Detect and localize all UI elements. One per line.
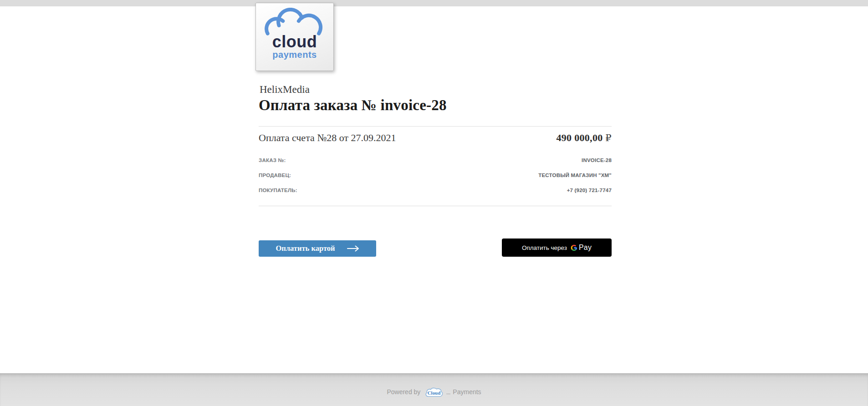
gpay-wordmark: Pay [570, 244, 592, 252]
payment-page: cloud payments HelixMedia Оплата заказа … [0, 0, 868, 406]
invoice-description: Оплата счета №28 от 27.09.2021 [259, 132, 396, 144]
invoice-amount: 490 000,00 ₽ [557, 132, 612, 144]
divider-bottom [259, 206, 612, 206]
gpay-pay-label: Pay [579, 244, 592, 252]
detail-row-seller: ПРОДАВЕЦ: ТЕСТОВЫЙ МАГАЗИН "ХМ" [259, 173, 612, 178]
footer: Powered by Cloud Payments [0, 373, 868, 406]
detail-label: ЗАКАЗ №: [259, 157, 286, 163]
footer-branding: Powered by Cloud Payments [387, 382, 481, 397]
detail-row-order-number: ЗАКАЗ №: INVOICE-28 [259, 157, 612, 163]
detail-label: ПРОДАВЕЦ: [259, 173, 291, 178]
powered-by-label: Powered by [387, 388, 420, 396]
order-details-list: ЗАКАЗ №: INVOICE-28 ПРОДАВЕЦ: ТЕСТОВЫЙ М… [259, 157, 612, 203]
detail-value: INVOICE-28 [582, 157, 612, 163]
arrow-right-icon [347, 245, 359, 252]
gpay-prefix-label: Оплатить через [522, 244, 567, 251]
payments-brand-label: Payments [453, 388, 481, 396]
amount-value: 490 000,00 [557, 132, 603, 143]
google-g-icon [570, 244, 578, 252]
detail-row-buyer: ПОКУПАТЕЛЬ: +7 (920) 721-7747 [259, 188, 612, 193]
merchant-name: HelixMedia [260, 84, 310, 96]
svg-text:Cloud: Cloud [428, 390, 441, 396]
detail-label: ПОКУПАТЕЛЬ: [259, 188, 297, 193]
detail-value: ТЕСТОВЫЙ МАГАЗИН "ХМ" [538, 173, 612, 178]
footer-cloud-icon: Cloud [424, 387, 444, 398]
invoice-summary-row: Оплата счета №28 от 27.09.2021 490 000,0… [259, 132, 612, 144]
page-title: Оплата заказа № invoice-28 [259, 97, 447, 114]
currency-sign: ₽ [605, 132, 612, 143]
footer-underscore-decoration [446, 390, 450, 394]
pay-with-card-label: Оплатить картой [276, 244, 335, 253]
detail-value: +7 (920) 721-7747 [567, 188, 612, 193]
pay-with-card-button[interactable]: Оплатить картой [259, 240, 376, 257]
divider-top [259, 126, 612, 127]
main-content: HelixMedia Оплата заказа № invoice-28 Оп… [259, 0, 612, 406]
payment-buttons-row: Оплатить картой Оплатить через Pay [259, 237, 612, 257]
google-pay-button[interactable]: Оплатить через Pay [502, 239, 612, 257]
